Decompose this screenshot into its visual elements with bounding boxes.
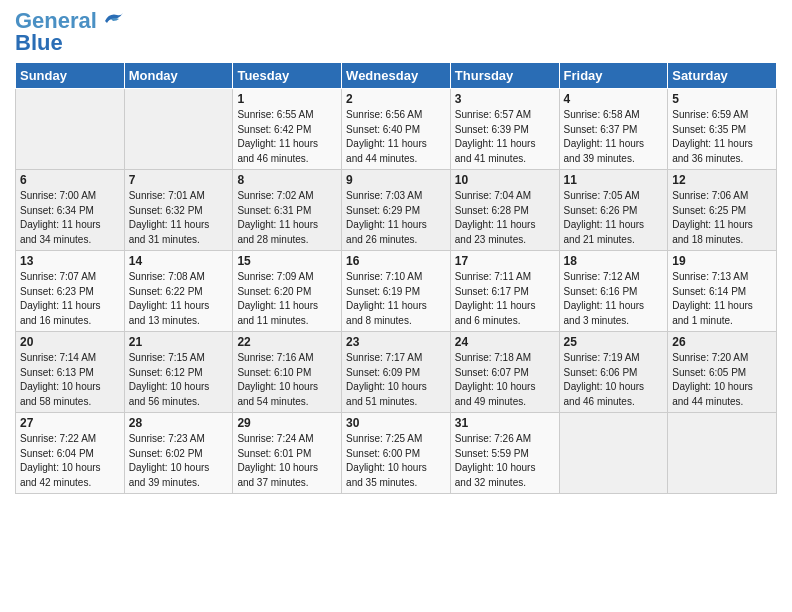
calendar-cell: 23Sunrise: 7:17 AM Sunset: 6:09 PM Dayli… [342,332,451,413]
calendar-cell: 10Sunrise: 7:04 AM Sunset: 6:28 PM Dayli… [450,170,559,251]
calendar-table: SundayMondayTuesdayWednesdayThursdayFrid… [15,62,777,494]
dow-header: Monday [124,63,233,89]
logo-text: GeneralBlue [15,10,97,54]
calendar-cell: 3Sunrise: 6:57 AM Sunset: 6:39 PM Daylig… [450,89,559,170]
dow-header: Thursday [450,63,559,89]
page-header: GeneralBlue [15,10,777,54]
calendar-cell: 2Sunrise: 6:56 AM Sunset: 6:40 PM Daylig… [342,89,451,170]
day-info: Sunrise: 6:58 AM Sunset: 6:37 PM Dayligh… [564,108,664,166]
day-number: 5 [672,92,772,106]
calendar-cell: 28Sunrise: 7:23 AM Sunset: 6:02 PM Dayli… [124,413,233,494]
calendar-cell: 18Sunrise: 7:12 AM Sunset: 6:16 PM Dayli… [559,251,668,332]
day-info: Sunrise: 6:55 AM Sunset: 6:42 PM Dayligh… [237,108,337,166]
day-number: 15 [237,254,337,268]
day-number: 2 [346,92,446,106]
calendar-cell: 25Sunrise: 7:19 AM Sunset: 6:06 PM Dayli… [559,332,668,413]
day-number: 30 [346,416,446,430]
day-number: 11 [564,173,664,187]
day-info: Sunrise: 7:12 AM Sunset: 6:16 PM Dayligh… [564,270,664,328]
dow-header: Tuesday [233,63,342,89]
day-number: 6 [20,173,120,187]
day-number: 28 [129,416,229,430]
calendar-cell: 1Sunrise: 6:55 AM Sunset: 6:42 PM Daylig… [233,89,342,170]
day-number: 8 [237,173,337,187]
day-number: 24 [455,335,555,349]
day-number: 4 [564,92,664,106]
day-number: 13 [20,254,120,268]
calendar-cell [16,89,125,170]
calendar-cell: 31Sunrise: 7:26 AM Sunset: 5:59 PM Dayli… [450,413,559,494]
day-info: Sunrise: 6:57 AM Sunset: 6:39 PM Dayligh… [455,108,555,166]
day-number: 20 [20,335,120,349]
day-info: Sunrise: 7:23 AM Sunset: 6:02 PM Dayligh… [129,432,229,490]
day-info: Sunrise: 7:04 AM Sunset: 6:28 PM Dayligh… [455,189,555,247]
day-info: Sunrise: 7:13 AM Sunset: 6:14 PM Dayligh… [672,270,772,328]
day-number: 16 [346,254,446,268]
calendar-cell: 7Sunrise: 7:01 AM Sunset: 6:32 PM Daylig… [124,170,233,251]
day-info: Sunrise: 7:26 AM Sunset: 5:59 PM Dayligh… [455,432,555,490]
calendar-cell: 27Sunrise: 7:22 AM Sunset: 6:04 PM Dayli… [16,413,125,494]
day-info: Sunrise: 7:25 AM Sunset: 6:00 PM Dayligh… [346,432,446,490]
dow-header: Sunday [16,63,125,89]
day-number: 17 [455,254,555,268]
day-info: Sunrise: 7:06 AM Sunset: 6:25 PM Dayligh… [672,189,772,247]
day-number: 31 [455,416,555,430]
day-info: Sunrise: 7:24 AM Sunset: 6:01 PM Dayligh… [237,432,337,490]
day-info: Sunrise: 7:20 AM Sunset: 6:05 PM Dayligh… [672,351,772,409]
day-info: Sunrise: 7:16 AM Sunset: 6:10 PM Dayligh… [237,351,337,409]
day-number: 27 [20,416,120,430]
day-info: Sunrise: 7:18 AM Sunset: 6:07 PM Dayligh… [455,351,555,409]
calendar-cell: 8Sunrise: 7:02 AM Sunset: 6:31 PM Daylig… [233,170,342,251]
calendar-cell: 5Sunrise: 6:59 AM Sunset: 6:35 PM Daylig… [668,89,777,170]
day-number: 29 [237,416,337,430]
calendar-cell: 9Sunrise: 7:03 AM Sunset: 6:29 PM Daylig… [342,170,451,251]
day-info: Sunrise: 7:14 AM Sunset: 6:13 PM Dayligh… [20,351,120,409]
calendar-cell: 14Sunrise: 7:08 AM Sunset: 6:22 PM Dayli… [124,251,233,332]
day-number: 9 [346,173,446,187]
logo: GeneralBlue [15,10,125,54]
day-info: Sunrise: 6:59 AM Sunset: 6:35 PM Dayligh… [672,108,772,166]
day-number: 12 [672,173,772,187]
day-info: Sunrise: 7:07 AM Sunset: 6:23 PM Dayligh… [20,270,120,328]
calendar-cell: 11Sunrise: 7:05 AM Sunset: 6:26 PM Dayli… [559,170,668,251]
calendar-cell [559,413,668,494]
day-info: Sunrise: 7:00 AM Sunset: 6:34 PM Dayligh… [20,189,120,247]
dow-header: Friday [559,63,668,89]
day-number: 19 [672,254,772,268]
day-number: 14 [129,254,229,268]
day-info: Sunrise: 7:10 AM Sunset: 6:19 PM Dayligh… [346,270,446,328]
day-info: Sunrise: 7:01 AM Sunset: 6:32 PM Dayligh… [129,189,229,247]
day-number: 25 [564,335,664,349]
calendar-cell: 22Sunrise: 7:16 AM Sunset: 6:10 PM Dayli… [233,332,342,413]
day-info: Sunrise: 7:22 AM Sunset: 6:04 PM Dayligh… [20,432,120,490]
day-number: 7 [129,173,229,187]
logo-bird-icon [101,11,125,31]
calendar-cell: 20Sunrise: 7:14 AM Sunset: 6:13 PM Dayli… [16,332,125,413]
calendar-cell: 19Sunrise: 7:13 AM Sunset: 6:14 PM Dayli… [668,251,777,332]
day-info: Sunrise: 7:19 AM Sunset: 6:06 PM Dayligh… [564,351,664,409]
day-number: 3 [455,92,555,106]
calendar-cell: 30Sunrise: 7:25 AM Sunset: 6:00 PM Dayli… [342,413,451,494]
calendar-cell: 12Sunrise: 7:06 AM Sunset: 6:25 PM Dayli… [668,170,777,251]
day-info: Sunrise: 7:11 AM Sunset: 6:17 PM Dayligh… [455,270,555,328]
day-number: 22 [237,335,337,349]
calendar-cell: 17Sunrise: 7:11 AM Sunset: 6:17 PM Dayli… [450,251,559,332]
calendar-cell [668,413,777,494]
day-info: Sunrise: 6:56 AM Sunset: 6:40 PM Dayligh… [346,108,446,166]
day-info: Sunrise: 7:15 AM Sunset: 6:12 PM Dayligh… [129,351,229,409]
calendar-cell [124,89,233,170]
day-info: Sunrise: 7:03 AM Sunset: 6:29 PM Dayligh… [346,189,446,247]
dow-header: Wednesday [342,63,451,89]
calendar-cell: 21Sunrise: 7:15 AM Sunset: 6:12 PM Dayli… [124,332,233,413]
day-number: 18 [564,254,664,268]
day-number: 21 [129,335,229,349]
day-info: Sunrise: 7:09 AM Sunset: 6:20 PM Dayligh… [237,270,337,328]
calendar-cell: 4Sunrise: 6:58 AM Sunset: 6:37 PM Daylig… [559,89,668,170]
calendar-cell: 29Sunrise: 7:24 AM Sunset: 6:01 PM Dayli… [233,413,342,494]
day-info: Sunrise: 7:05 AM Sunset: 6:26 PM Dayligh… [564,189,664,247]
day-info: Sunrise: 7:17 AM Sunset: 6:09 PM Dayligh… [346,351,446,409]
day-info: Sunrise: 7:02 AM Sunset: 6:31 PM Dayligh… [237,189,337,247]
calendar-cell: 26Sunrise: 7:20 AM Sunset: 6:05 PM Dayli… [668,332,777,413]
day-info: Sunrise: 7:08 AM Sunset: 6:22 PM Dayligh… [129,270,229,328]
calendar-cell: 15Sunrise: 7:09 AM Sunset: 6:20 PM Dayli… [233,251,342,332]
